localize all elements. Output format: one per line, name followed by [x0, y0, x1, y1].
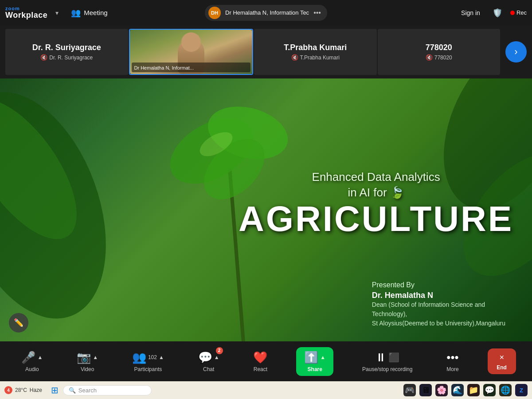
edit-button[interactable]: ✏️	[9, 313, 28, 332]
audio-control[interactable]: 🎤 ▲ Audio	[16, 347, 48, 376]
meeting-label: Meeting	[84, 9, 107, 16]
strip-nav-button[interactable]: ›	[505, 41, 527, 63]
share-chevron-icon[interactable]: ▲	[320, 354, 325, 360]
search-bar[interactable]: 🔍 Search	[63, 385, 152, 395]
taskbar-whatsapp-icon[interactable]: 💬	[483, 384, 496, 396]
rec-dot	[510, 11, 515, 15]
mute-icon: 🔇	[40, 54, 47, 61]
recording-indicator: Rec	[510, 9, 527, 16]
toolbar: 🎤 ▲ Audio 📷 ▲ Video 👥 102 ▲ Participants…	[0, 341, 532, 381]
end-x-icon: ✕	[497, 352, 507, 363]
react-icon: ❤️	[253, 351, 267, 364]
participants-strip: Dr. R. Suriyagrace 🔇 Dr. R. Suriyagrace …	[0, 25, 532, 78]
participant-tile[interactable]: 778020 🔇 778020	[378, 29, 501, 75]
chat-icon: 💬	[198, 351, 212, 364]
chat-chevron-icon[interactable]: ▲	[214, 354, 219, 360]
presenter-pill[interactable]: DH Dr Hemalatha N, Information Tec •••	[205, 5, 327, 21]
zoom-logo[interactable]: zoom Workplace	[5, 6, 47, 19]
participants-control[interactable]: 👥 102 ▲ Participants	[127, 347, 169, 376]
taskbar-coupon-icon[interactable]: 🌸	[435, 384, 448, 396]
participants-label: Participants	[134, 366, 162, 372]
react-control[interactable]: ❤️ React	[248, 347, 273, 376]
meeting-button[interactable]: 👥 Meeting	[66, 6, 112, 20]
pill-more-icon[interactable]: •••	[313, 9, 321, 17]
logo-chevron-icon[interactable]: ▾	[55, 9, 59, 16]
taskbar-edge-icon[interactable]: 🌊	[451, 384, 464, 396]
share-label: Share	[308, 366, 322, 372]
video-control[interactable]: 📷 ▲ Video	[71, 347, 103, 376]
participant-tile[interactable]: Dr. R. Suriyagrace 🔇 Dr. R. Suriyagrace	[5, 29, 128, 75]
taskbar-files-icon[interactable]: 📁	[467, 384, 480, 396]
taskbar-app-icons: 🎮 🖥 🌸 🌊 📁 💬 🌐 Z	[403, 384, 528, 396]
slide-subtitle2: in AI for 🍃	[239, 186, 513, 200]
taskbar-zoom-icon[interactable]: Z	[515, 384, 528, 396]
svg-point-1	[0, 82, 98, 257]
participants-count: 102	[148, 354, 157, 360]
audio-chevron-icon[interactable]: ▲	[37, 354, 43, 360]
chat-control[interactable]: 💬 2 ▲ Chat	[193, 347, 225, 376]
mute-icon: 🔇	[426, 54, 433, 61]
weather-condition: Haze	[30, 387, 42, 393]
mute-icon: 🔇	[291, 54, 298, 61]
weather-widget: 4 28°C Haze	[4, 386, 42, 394]
share-control[interactable]: ⬆️ ▲ Share	[296, 347, 333, 376]
temperature: 28°C	[15, 387, 27, 393]
audio-label: Audio	[25, 366, 39, 372]
windows-taskbar: 4 28°C Haze ⊞ 🔍 Search 🎮 🖥 🌸 🌊 📁 💬 🌐 Z	[0, 381, 532, 399]
slide-area: Enhanced Data Analytics in AI for 🍃 AGRI…	[0, 78, 532, 341]
chat-badge: 2	[216, 347, 223, 354]
chat-label: Chat	[203, 366, 214, 372]
end-control[interactable]: ✕ End	[488, 348, 516, 374]
presenter-full-name: Dr. Hemalatha N	[372, 291, 505, 300]
sign-in-button[interactable]: Sign in	[457, 7, 485, 19]
participant-sub: 🔇 778020	[426, 54, 452, 61]
taskbar-virtual-desktop-icon[interactable]: 🖥	[419, 384, 432, 396]
presenter-title: Dean (School of Information Science and …	[372, 300, 505, 328]
active-participant-name: Dr Hemalatha N, Informat...	[134, 65, 194, 70]
end-label: End	[497, 364, 507, 371]
slide-subtitle: Enhanced Data Analytics	[239, 170, 513, 184]
top-bar: zoom Workplace ▾ 👥 Meeting DH Dr Hemalat…	[0, 0, 532, 25]
windows-start-button[interactable]: ⊞	[51, 385, 59, 395]
taskbar-chrome-icon[interactable]: 🌐	[499, 384, 512, 396]
react-label: React	[254, 366, 267, 372]
workplace-text: Workplace	[5, 11, 47, 19]
presenter-name-label: Dr Hemalatha N, Information Tec	[225, 9, 309, 16]
presenter-avatar: DH	[208, 7, 221, 19]
pause-icon: ⏸	[375, 351, 387, 364]
more-icon: •••	[446, 351, 458, 364]
participant-sub: 🔇 Dr. R. Suriyagrace	[40, 54, 93, 61]
recording-control[interactable]: ⏸ ⬛ Pause/stop recording	[357, 347, 418, 376]
slide-main-text: Enhanced Data Analytics in AI for 🍃 AGRI…	[239, 170, 513, 237]
presented-by-label: Presented By	[372, 281, 505, 289]
participant-tile[interactable]: T.Prabha Kumari 🔇 T.Prabha Kumari	[254, 29, 377, 75]
svg-point-8	[196, 127, 236, 161]
slide-background: Enhanced Data Analytics in AI for 🍃 AGRI…	[0, 78, 532, 341]
participants-chevron-icon[interactable]: ▲	[159, 354, 164, 360]
participant-name: 778020	[426, 43, 452, 52]
svg-point-6	[202, 98, 294, 168]
participant-name: Dr. R. Suriyagrace	[32, 43, 101, 52]
share-icon: ⬆️	[304, 351, 318, 364]
taskbar-game-icon[interactable]: 🎮	[403, 384, 416, 396]
video-label: Video	[81, 366, 94, 372]
participant-tile-active[interactable]: Dr Hemalatha N, Informat...	[129, 29, 254, 75]
participants-icon: 👥	[132, 351, 146, 364]
video-icon: 📷	[77, 351, 91, 364]
more-label: More	[446, 366, 458, 372]
svg-point-0	[0, 78, 134, 340]
slide-presenter-info: Presented By Dr. Hemalatha N Dean (Schoo…	[372, 281, 505, 328]
search-placeholder: Search	[78, 387, 97, 394]
search-icon: 🔍	[69, 387, 76, 394]
recording-label: Pause/stop recording	[362, 366, 412, 372]
participant-name: T.Prabha Kumari	[284, 43, 347, 52]
video-chevron-icon[interactable]: ▲	[93, 354, 98, 360]
notification-badge: 4	[4, 386, 12, 394]
more-control[interactable]: ••• More	[441, 347, 464, 376]
shield-icon: 🛡️	[493, 8, 502, 18]
audio-icon: 🎤	[21, 351, 35, 364]
chevron-right-icon: ›	[514, 46, 517, 58]
rec-label: Rec	[516, 9, 527, 16]
stop-icon: ⬛	[388, 352, 399, 363]
slide-title: AGRICULTURE	[239, 201, 513, 237]
